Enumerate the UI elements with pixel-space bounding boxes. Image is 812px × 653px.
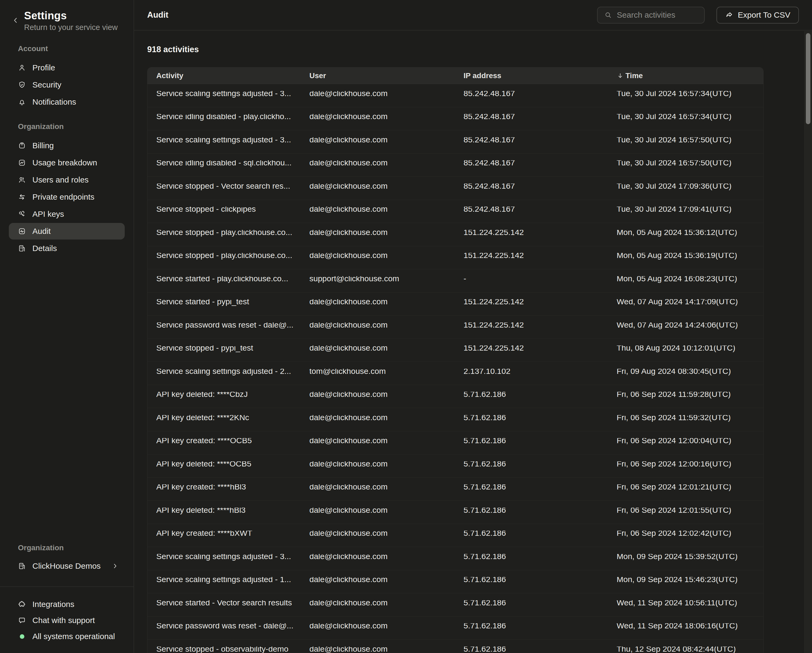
- search-input[interactable]: [617, 11, 697, 20]
- column-header-time[interactable]: Time: [617, 72, 763, 80]
- cell-ip-address: 5.71.62.186: [464, 531, 617, 540]
- table-row: Service stopped - Vector search res...da…: [148, 177, 763, 200]
- cell-activity: API key deleted: ****2KNc: [148, 415, 309, 424]
- key-icon: [18, 210, 26, 218]
- search-icon: [604, 11, 612, 19]
- sidebar-item-integrations[interactable]: Integrations: [9, 597, 125, 612]
- cell-activity: Service password was reset - dale@...: [148, 322, 309, 332]
- scrollbar-track[interactable]: [804, 31, 812, 653]
- table-row: Service stopped - play.clickhouse.co...d…: [148, 223, 763, 246]
- table-row: API key deleted: ****hBl3dale@clickhouse…: [148, 501, 763, 524]
- system-status[interactable]: All systems operational: [9, 629, 125, 644]
- sidebar-item-label: Private endpoints: [32, 192, 95, 201]
- cell-time: Fri, 06 Sep 2024 12:02:42(UTC): [617, 531, 763, 540]
- sidebar-item-users-and-roles[interactable]: Users and roles: [9, 172, 125, 188]
- cell-activity: Service idling disabled - play.clickho..…: [148, 114, 309, 123]
- sidebar-item-usage-breakdown[interactable]: Usage breakdown: [9, 154, 125, 171]
- cell-activity: Service idling disabled - sql.clickhou..…: [148, 160, 309, 169]
- cell-activity: Service stopped - clickpipes: [148, 207, 309, 216]
- sidebar-item-label: Billing: [32, 141, 54, 150]
- table-row: API key deleted: ****2KNcdale@clickhouse…: [148, 408, 763, 432]
- table-row: Service stopped - play.clickhouse.co...d…: [148, 246, 763, 270]
- sidebar-item-profile[interactable]: Profile: [9, 60, 125, 76]
- cell-ip-address: 85.242.48.167: [464, 184, 617, 193]
- scrollbar-thumb[interactable]: [806, 33, 810, 124]
- table-body: Service scaling settings adjusted - 3...…: [148, 84, 763, 653]
- sidebar-item-private-endpoints[interactable]: Private endpoints: [9, 189, 125, 205]
- table-row: Service stopped - observability-demodale…: [148, 639, 763, 653]
- back-button[interactable]: [11, 15, 20, 25]
- cell-user: dale@clickhouse.com: [309, 461, 464, 470]
- sidebar-nav: AccountProfileSecurityNotificationsOrgan…: [0, 45, 134, 257]
- table-row: Service scaling settings adjusted - 3...…: [148, 84, 763, 107]
- sidebar-item-label: Chat with support: [32, 616, 95, 625]
- app-root: Settings Return to your service view Acc…: [0, 0, 812, 653]
- table-row: Service stopped - clickpipesdale@clickho…: [148, 200, 763, 223]
- cell-user: dale@clickhouse.com: [309, 415, 464, 424]
- cell-user: dale@clickhouse.com: [309, 230, 464, 239]
- cell-activity: Service scaling settings adjusted - 3...: [148, 91, 309, 100]
- cell-activity: Service started - Vector search results: [148, 600, 309, 609]
- cell-activity: API key deleted: ****CbzJ: [148, 392, 309, 401]
- sidebar-item-audit[interactable]: Audit: [9, 223, 125, 240]
- table-row: Service password was reset - dale@...dal…: [148, 616, 763, 640]
- table-row: API key created: ****OCB5dale@clickhouse…: [148, 432, 763, 455]
- sidebar-item-chat-with-support[interactable]: Chat with support: [9, 613, 125, 628]
- cell-user: support@clickhouse.com: [309, 276, 464, 285]
- table-row: API key deleted: ****OCB5dale@clickhouse…: [148, 455, 763, 478]
- cell-user: dale@clickhouse.com: [309, 160, 464, 169]
- sidebar-item-security[interactable]: Security: [9, 76, 125, 93]
- cell-ip-address: 5.71.62.186: [464, 577, 617, 586]
- cell-time: Wed, 07 Aug 2024 14:24:06(UTC): [617, 322, 763, 332]
- table-row: Service started - pypi_testdale@clickhou…: [148, 293, 763, 316]
- column-header-activity: Activity: [148, 72, 309, 80]
- cell-activity: API key created: ****OCB5: [148, 438, 309, 447]
- sidebar-item-api-keys[interactable]: API keys: [9, 206, 125, 223]
- cell-ip-address: -: [464, 276, 617, 285]
- sidebar-item-label: API keys: [32, 209, 64, 219]
- topbar: Audit Export To CSV: [134, 0, 812, 31]
- activities-count: 918 activities: [147, 45, 812, 53]
- users-icon: [18, 176, 26, 184]
- cell-ip-address: 5.71.62.186: [464, 600, 617, 609]
- chevron-right-icon: [111, 562, 119, 570]
- cell-user: dale@clickhouse.com: [309, 137, 464, 146]
- cell-ip-address: 151.224.225.142: [464, 230, 617, 239]
- cell-user: dale@clickhouse.com: [309, 508, 464, 517]
- main-area: Audit Export To CSV 918 activities Activ…: [134, 0, 812, 653]
- sidebar-item-label: Audit: [32, 227, 50, 236]
- column-header-user: User: [309, 72, 464, 80]
- search-activities-box[interactable]: [597, 7, 705, 24]
- sidebar-item-billing[interactable]: Billing: [9, 137, 125, 154]
- sidebar-bottom: Organization ClickHouse Demos Integratio…: [0, 544, 134, 653]
- cell-time: Tue, 30 Jul 2024 16:57:34(UTC): [617, 91, 763, 100]
- cell-activity: API key created: ****hBl3: [148, 484, 309, 493]
- cell-user: dale@clickhouse.com: [309, 114, 464, 123]
- cell-user: dale@clickhouse.com: [309, 299, 464, 308]
- cell-ip-address: 2.137.10.102: [464, 369, 617, 378]
- cell-ip-address: 151.224.225.142: [464, 322, 617, 332]
- status-label: All systems operational: [32, 632, 115, 641]
- sidebar-item-details[interactable]: Details: [9, 240, 125, 257]
- cell-user: dale@clickhouse.com: [309, 484, 464, 493]
- cell-user: dale@clickhouse.com: [309, 554, 464, 563]
- cell-ip-address: 151.224.225.142: [464, 253, 617, 262]
- cell-user: dale@clickhouse.com: [309, 438, 464, 447]
- export-to-csv-button[interactable]: Export To CSV: [716, 7, 799, 24]
- table-row: API key created: ****bXWTdale@clickhouse…: [148, 524, 763, 547]
- org-switcher[interactable]: ClickHouse Demos: [9, 558, 125, 574]
- cell-time: Mon, 05 Aug 2024 15:36:19(UTC): [617, 253, 763, 262]
- person-icon: [18, 64, 26, 72]
- cell-time: Fri, 06 Sep 2024 11:59:32(UTC): [617, 415, 763, 424]
- building-icon: [18, 244, 26, 252]
- sidebar-item-notifications[interactable]: Notifications: [9, 94, 125, 110]
- settings-subtitle: Return to your service view: [24, 23, 118, 32]
- cell-time: Fri, 06 Sep 2024 12:00:04(UTC): [617, 438, 763, 447]
- cell-ip-address: 5.71.62.186: [464, 484, 617, 493]
- table-row: Service scaling settings adjusted - 2...…: [148, 362, 763, 385]
- audit-table: ActivityUserIP addressTime Service scali…: [147, 67, 763, 653]
- cell-activity: Service started - pypi_test: [148, 299, 309, 308]
- sidebar-footer-nav: IntegrationsChat with support: [0, 597, 134, 629]
- cell-activity: API key deleted: ****OCB5: [148, 461, 309, 470]
- section-label-account: Account: [18, 45, 134, 53]
